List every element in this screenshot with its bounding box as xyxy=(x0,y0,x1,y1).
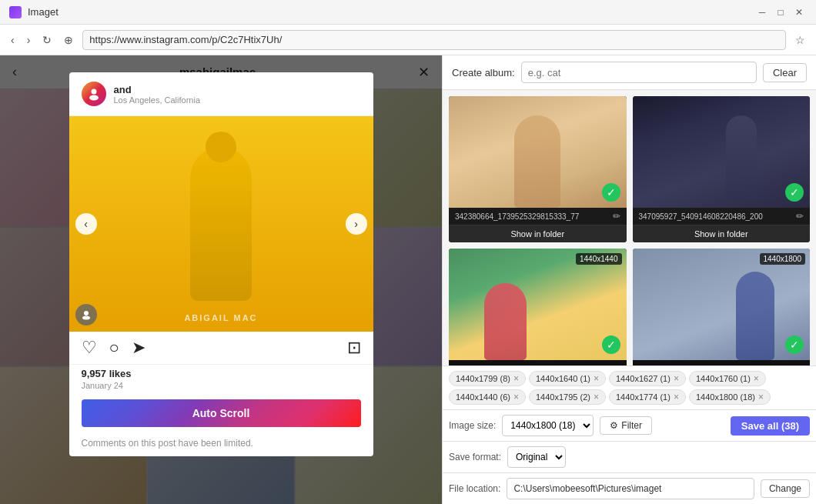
show-in-folder-button-1[interactable]: Show in folder xyxy=(449,225,627,242)
image-thumb-1: ✓ xyxy=(449,96,627,208)
modal-avatar xyxy=(82,82,106,106)
tag-label-2: 1440x1627 (1) xyxy=(616,374,671,383)
save-button[interactable]: ⊡ xyxy=(347,338,361,358)
modal-likes: 9,957 likes xyxy=(82,368,361,379)
tag-6: 1440x1774 (1) × xyxy=(609,389,686,405)
comment-button[interactable]: ○ xyxy=(109,338,119,358)
save-format-label: Save format: xyxy=(449,452,501,462)
controls-row: Image size: 1440x1799 (8)1440x1640 (1)14… xyxy=(443,409,816,441)
forward-button[interactable]: › xyxy=(24,32,34,48)
maximize-button[interactable]: □ xyxy=(773,5,788,20)
tag-1: 1440x1640 (1) × xyxy=(529,371,606,386)
res-badge-4: 1440x1800 xyxy=(760,253,806,265)
create-album-bar: Create album: Clear xyxy=(443,55,816,90)
image-filename-1: 342380664_1739525329815333_77 xyxy=(455,212,610,221)
tag-7: 1440x1800 (18) × xyxy=(689,389,771,405)
image-thumb-4: 1440x1800 ✓ xyxy=(633,249,811,360)
file-location-label: File location: xyxy=(449,483,500,494)
modal-likes-section: 9,957 likes January 24 xyxy=(69,365,373,393)
image-card-2: ✓ 347095927_540914608220486_200 ✏ Show i… xyxy=(633,96,811,242)
modal-header-info: and Los Angeles, California xyxy=(114,84,361,105)
file-location-row: File location: Change xyxy=(443,472,816,504)
change-button[interactable]: Change xyxy=(761,479,810,498)
filter-label: Filter xyxy=(621,420,642,431)
check-badge-4: ✓ xyxy=(785,335,804,354)
res-badge-3: 1440x1440 xyxy=(576,253,622,265)
edit-icon-2[interactable]: ✏ xyxy=(796,211,804,222)
image-size-select[interactable]: 1440x1799 (8)1440x1640 (1)1440x1627 (1)1… xyxy=(502,415,594,436)
home-button[interactable]: ⊕ xyxy=(61,32,76,48)
edit-icon-1[interactable]: ✏ xyxy=(613,211,620,222)
title-bar: Imaget ─ □ ✕ xyxy=(0,0,816,25)
modal-prev-button[interactable]: ‹ xyxy=(75,213,97,235)
tag-label-7: 1440x1800 (18) xyxy=(696,392,755,402)
minimize-button[interactable]: ─ xyxy=(754,5,770,20)
modal-image-label: ABIGAIL MAC xyxy=(184,313,257,322)
refresh-button[interactable]: ↻ xyxy=(39,32,55,48)
auto-scroll-button[interactable]: Auto Scroll xyxy=(82,399,361,427)
tag-label-3: 1440x1760 (1) xyxy=(696,374,751,383)
image-card-footer-3 xyxy=(449,360,627,365)
close-button[interactable]: ✕ xyxy=(791,5,807,20)
tag-label-5: 1440x1795 (2) xyxy=(536,392,590,402)
main-layout: ‹ msabigailmac ✕ xyxy=(0,55,816,504)
image-card-footer-4 xyxy=(633,360,811,365)
tag-remove-4[interactable]: × xyxy=(513,392,519,402)
modal-user-badge xyxy=(75,304,97,325)
image-thumb-3: 1440x1440 ✓ xyxy=(449,249,627,360)
share-button[interactable]: ➤ xyxy=(132,338,145,358)
like-button[interactable]: ♡ xyxy=(82,338,97,358)
format-row: Save format: Original JPEG PNG WebP xyxy=(443,441,816,472)
back-button[interactable]: ‹ xyxy=(8,32,18,48)
clear-button[interactable]: Clear xyxy=(763,63,807,82)
filter-button[interactable]: ⚙ Filter xyxy=(600,416,652,435)
title-bar-left: Imaget xyxy=(9,6,59,18)
tag-row: 1440x1799 (8) × 1440x1640 (1) × 1440x162… xyxy=(443,365,816,409)
filter-icon: ⚙ xyxy=(610,420,618,431)
bookmark-button[interactable]: ☆ xyxy=(792,32,808,48)
tag-label-1: 1440x1640 (1) xyxy=(536,374,590,383)
tag-2: 1440x1627 (1) × xyxy=(609,371,686,386)
image-grid: ✓ 342380664_1739525329815333_77 ✏ Show i… xyxy=(443,90,816,365)
check-badge-1: ✓ xyxy=(602,183,620,202)
tag-remove-5[interactable]: × xyxy=(594,392,599,402)
modal-next-button[interactable]: › xyxy=(346,213,367,235)
tag-remove-0[interactable]: × xyxy=(513,373,519,384)
save-all-button[interactable]: Save all (38) xyxy=(731,416,810,436)
tag-remove-3[interactable]: × xyxy=(754,373,759,384)
image-card-4: 1440x1800 ✓ xyxy=(633,249,811,365)
image-card-1: ✓ 342380664_1739525329815333_77 ✏ Show i… xyxy=(449,96,627,242)
svg-point-0 xyxy=(91,89,96,95)
post-modal: and Los Angeles, California ‹ xyxy=(69,72,373,456)
modal-image-figure xyxy=(69,116,373,332)
svg-point-2 xyxy=(84,311,89,315)
file-location-input[interactable] xyxy=(507,478,754,499)
tag-label-4: 1440x1440 (6) xyxy=(456,392,510,402)
tag-remove-1[interactable]: × xyxy=(594,373,599,384)
create-album-label: Create album: xyxy=(452,67,515,78)
modal-overlay: and Los Angeles, California ‹ xyxy=(0,55,442,504)
tag-label-0: 1440x1799 (8) xyxy=(456,374,510,383)
image-card-info-1: 342380664_1739525329815333_77 ✏ xyxy=(449,208,627,225)
app-icon xyxy=(9,6,22,18)
tag-remove-6[interactable]: × xyxy=(674,392,679,402)
tag-remove-7[interactable]: × xyxy=(758,392,764,402)
tag-4: 1440x1440 (6) × xyxy=(449,389,526,405)
modal-user-location: Los Angeles, California xyxy=(114,95,361,105)
address-input[interactable] xyxy=(82,30,786,50)
svg-point-3 xyxy=(82,316,90,320)
show-in-folder-button-2[interactable]: Show in folder xyxy=(633,225,811,242)
instagram-panel: ‹ msabigailmac ✕ xyxy=(0,55,443,504)
create-album-input[interactable] xyxy=(521,62,757,83)
modal-image: ‹ › ABIGAIL MAC xyxy=(69,116,373,332)
check-badge-2: ✓ xyxy=(785,183,804,202)
save-format-select[interactable]: Original JPEG PNG WebP xyxy=(507,446,566,468)
modal-actions: ♡ ○ ➤ ⊡ xyxy=(69,332,373,365)
modal-user-name: and xyxy=(114,84,361,95)
tag-0: 1440x1799 (8) × xyxy=(449,371,526,386)
image-thumb-2: ✓ xyxy=(633,96,811,208)
tag-remove-2[interactable]: × xyxy=(674,373,679,384)
image-card-3: 1440x1440 ✓ xyxy=(449,249,627,365)
modal-comments-hint: Comments on this post have been limited. xyxy=(69,433,373,456)
app-title: Imaget xyxy=(28,6,59,18)
